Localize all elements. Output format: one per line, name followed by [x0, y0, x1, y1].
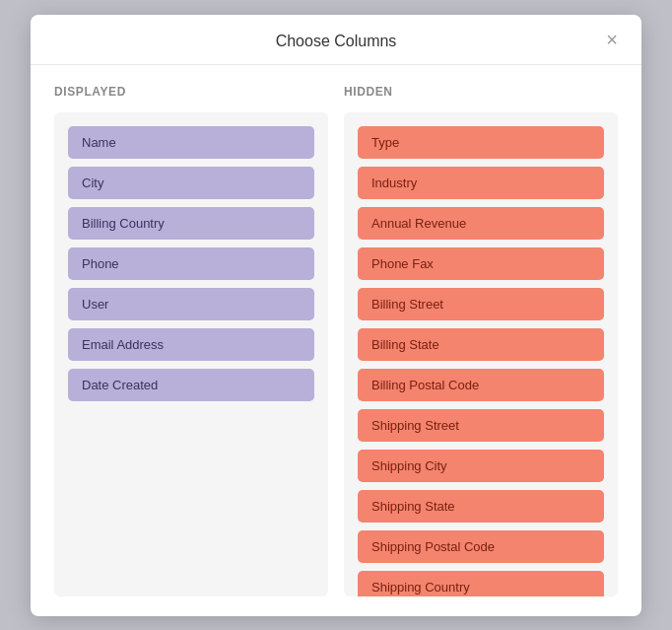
hidden-item-shipping-postal-code[interactable]: Shipping Postal Code — [358, 530, 604, 563]
displayed-section: DISPLAYED NameCityBilling CountryPhoneUs… — [54, 85, 328, 596]
displayed-item-city[interactable]: City — [68, 167, 314, 199]
hidden-item-type[interactable]: Type — [358, 126, 604, 159]
hidden-item-annual-revenue[interactable]: Annual Revenue — [358, 207, 604, 240]
hidden-item-shipping-street[interactable]: Shipping Street — [358, 409, 604, 442]
displayed-item-date-created[interactable]: Date Created — [68, 369, 314, 401]
close-button[interactable]: × — [600, 28, 624, 51]
choose-columns-modal: Choose Columns × DISPLAYED NameCityBilli… — [31, 15, 641, 616]
hidden-item-phone-fax[interactable]: Phone Fax — [358, 247, 604, 280]
displayed-item-phone[interactable]: Phone — [68, 247, 314, 280]
displayed-item-billing-country[interactable]: Billing Country — [68, 207, 314, 240]
hidden-item-billing-postal-code[interactable]: Billing Postal Code — [358, 369, 604, 401]
hidden-item-billing-street[interactable]: Billing Street — [358, 288, 604, 320]
displayed-item-user[interactable]: User — [68, 288, 314, 320]
modal-header: Choose Columns × — [31, 15, 641, 65]
modal-body: DISPLAYED NameCityBilling CountryPhoneUs… — [31, 65, 641, 616]
hidden-item-shipping-country[interactable]: Shipping Country — [358, 571, 604, 596]
modal-title: Choose Columns — [276, 33, 397, 50]
hidden-label: HIDDEN — [344, 85, 618, 99]
hidden-section: HIDDEN TypeIndustryAnnual RevenuePhone F… — [344, 85, 618, 596]
hidden-item-industry[interactable]: Industry — [358, 167, 604, 199]
displayed-item-email-address[interactable]: Email Address — [68, 328, 314, 361]
displayed-label: DISPLAYED — [54, 85, 328, 99]
hidden-items-container[interactable]: TypeIndustryAnnual RevenuePhone FaxBilli… — [344, 112, 618, 596]
displayed-item-name[interactable]: Name — [68, 126, 314, 159]
displayed-items-container[interactable]: NameCityBilling CountryPhoneUserEmail Ad… — [54, 112, 328, 596]
hidden-item-shipping-city[interactable]: Shipping City — [358, 450, 604, 482]
hidden-item-shipping-state[interactable]: Shipping State — [358, 490, 604, 523]
hidden-item-billing-state[interactable]: Billing State — [358, 328, 604, 361]
